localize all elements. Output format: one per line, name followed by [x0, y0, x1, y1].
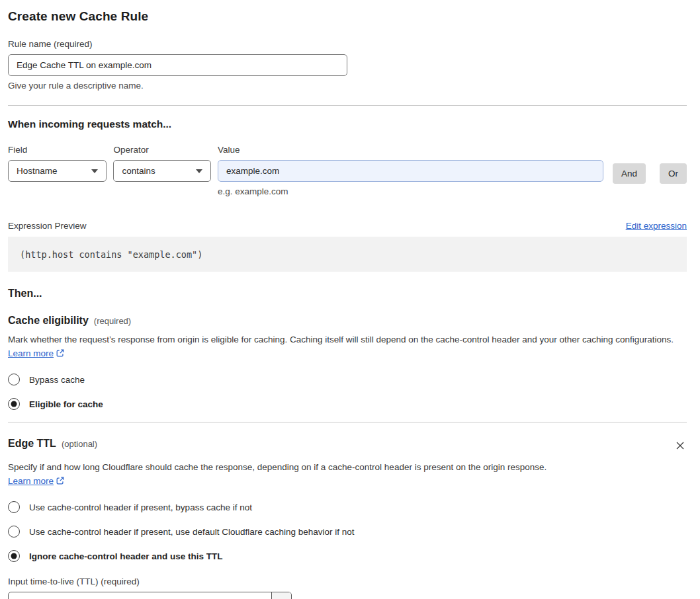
field-select[interactable]: Hostname: [8, 160, 107, 182]
field-label: Field: [8, 145, 107, 155]
learn-more-link[interactable]: Learn more: [8, 348, 54, 358]
operator-select-value: contains: [122, 166, 155, 176]
radio-use-header-bypass[interactable]: Use cache-control header if present, byp…: [8, 501, 687, 513]
external-link-icon: [56, 348, 65, 358]
chevron-down-icon: [196, 169, 202, 173]
operator-label: Operator: [113, 145, 210, 155]
or-button[interactable]: Or: [660, 163, 687, 184]
expression-code: (http.host contains "example.com"): [20, 249, 202, 260]
edge-ttl-description: Specify if and how long Cloudflare shoul…: [8, 460, 562, 488]
edge-ttl-options: Use cache-control header if present, byp…: [8, 501, 687, 562]
ttl-input-group: Input time-to-live (TTL) (required) 1 da…: [8, 577, 687, 599]
close-edge-ttl-button[interactable]: [674, 439, 687, 454]
external-link-icon: [56, 476, 65, 485]
cache-eligibility-options: Bypass cache Eligible for cache: [8, 374, 687, 410]
radio-icon-selected[interactable]: [8, 398, 20, 410]
value-input[interactable]: [218, 160, 603, 182]
then-heading: Then...: [8, 288, 687, 300]
cache-eligibility-title: Cache eligibility: [8, 315, 89, 327]
ttl-select-value: 1 day: [9, 592, 271, 599]
radio-icon[interactable]: [8, 526, 20, 538]
cache-eligibility-header: Cache eligibility (required): [8, 315, 687, 327]
required-tag: (required): [94, 316, 131, 326]
operator-column: Operator contains: [113, 145, 210, 182]
radio-label: Eligible for cache: [29, 399, 103, 409]
expression-builder-row: Field Hostname Operator contains Value e…: [8, 145, 687, 196]
radio-label: Ignore cache-control header and use this…: [29, 551, 223, 561]
description-text: Mark whether the request’s response from…: [8, 335, 674, 344]
rule-name-label: Rule name (required): [8, 39, 687, 49]
value-help: e.g. example.com: [218, 186, 603, 196]
radio-use-header-default[interactable]: Use cache-control header if present, use…: [8, 526, 687, 538]
and-button[interactable]: And: [613, 163, 646, 184]
radio-label: Use cache-control header if present, byp…: [29, 502, 252, 512]
page-title: Create new Cache Rule: [8, 9, 687, 24]
radio-label: Bypass cache: [29, 375, 85, 385]
chevron-down-icon: [91, 169, 98, 173]
field-column: Field Hostname: [8, 145, 107, 182]
section-divider: [8, 422, 687, 422]
radio-label: Use cache-control header if present, use…: [29, 527, 355, 537]
value-label: Value: [218, 145, 603, 155]
rule-name-help: Give your rule a descriptive name.: [8, 81, 687, 91]
optional-tag: (optional): [62, 439, 97, 449]
expression-preview-header: Expression Preview Edit expression: [8, 221, 687, 231]
create-cache-rule-page: Create new Cache Rule Rule name (require…: [0, 0, 700, 599]
ttl-select-arrow-button[interactable]: [271, 592, 291, 599]
ttl-label: Input time-to-live (TTL) (required): [8, 577, 687, 586]
edit-expression-link[interactable]: Edit expression: [626, 221, 687, 231]
radio-icon[interactable]: [8, 374, 20, 385]
radio-eligible-for-cache[interactable]: Eligible for cache: [8, 398, 687, 410]
cache-eligibility-description: Mark whether the request’s response from…: [8, 333, 687, 360]
edge-ttl-header: Edge TTL (optional): [8, 438, 687, 454]
operator-select[interactable]: contains: [113, 160, 210, 182]
close-icon: [675, 440, 685, 451]
radio-icon[interactable]: [8, 501, 20, 513]
learn-more-link[interactable]: Learn more: [8, 476, 54, 486]
radio-bypass-cache[interactable]: Bypass cache: [8, 374, 687, 385]
value-column: Value e.g. example.com: [218, 145, 603, 196]
description-text: Specify if and how long Cloudflare shoul…: [8, 462, 547, 472]
rule-name-group: Rule name (required) Give your rule a de…: [8, 39, 687, 91]
field-select-value: Hostname: [17, 166, 58, 176]
expression-preview-box: (http.host contains "example.com"): [8, 237, 687, 272]
match-heading: When incoming requests match...: [8, 118, 687, 130]
section-divider: [8, 105, 687, 106]
rule-name-input[interactable]: [8, 54, 347, 76]
ttl-select[interactable]: 1 day: [8, 592, 292, 599]
radio-ignore-header-use-ttl[interactable]: Ignore cache-control header and use this…: [8, 550, 687, 562]
edge-ttl-title-wrap: Edge TTL (optional): [8, 438, 97, 450]
edge-ttl-title: Edge TTL: [8, 438, 56, 450]
radio-icon-selected[interactable]: [8, 550, 20, 562]
expression-preview-label: Expression Preview: [8, 221, 87, 231]
